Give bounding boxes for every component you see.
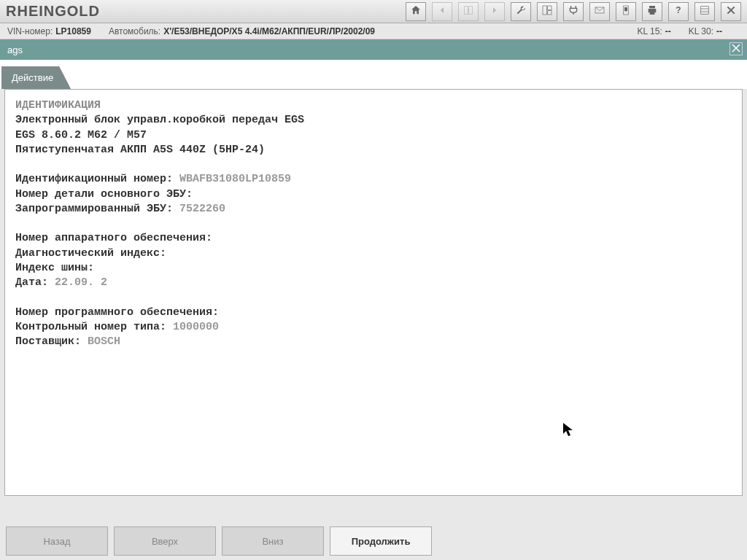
info-line: Поставщик: BOSCH: [15, 335, 732, 349]
continue-button-label: Продолжить: [352, 536, 411, 547]
module-title: ags: [7, 44, 23, 55]
module-header: ags: [0, 39, 747, 60]
mail-button[interactable]: [589, 2, 610, 21]
svg-rect-2: [543, 6, 546, 15]
kl30-value: --: [716, 26, 722, 36]
device-button[interactable]: [616, 2, 636, 21]
down-button[interactable]: Вниз: [222, 526, 324, 556]
settings-button[interactable]: [694, 2, 715, 21]
info-line: Номер детали основного ЭБУ:: [15, 187, 732, 202]
device-icon: [620, 4, 632, 19]
tab-action-label: Действие: [12, 72, 53, 83]
svg-rect-9: [701, 6, 709, 14]
close-icon: [725, 4, 737, 19]
home-icon: [410, 4, 422, 19]
info-line: Идентификационный номер: WBAFB31080LP108…: [15, 172, 732, 187]
auto-value: X'/E53/ВНЕДОР/X5 4.4i/M62/АКПП/EUR/ЛР/20…: [163, 26, 375, 36]
svg-rect-4: [548, 10, 551, 14]
nav-prev-button[interactable]: [432, 2, 452, 21]
down-button-label: Вниз: [262, 536, 283, 547]
svg-rect-3: [548, 6, 551, 9]
info-line: Запрограммированный ЭБУ: 7522260: [15, 202, 732, 217]
help-button[interactable]: ?: [668, 2, 689, 21]
back-button-label: Назад: [43, 536, 70, 547]
plug-button[interactable]: [563, 2, 584, 21]
info-line: Дата: 22.09. 2: [15, 276, 732, 290]
info-line: Диагностический индекс:: [15, 246, 732, 261]
kl15-value: --: [665, 26, 671, 36]
info-line: Индекс шины:: [15, 261, 732, 276]
print-icon: [646, 4, 658, 19]
identification-text: ИДЕНТИФИКАЦИЯ Электронный блок управл.ко…: [5, 90, 742, 358]
auto-label: Автомобиль:: [109, 26, 160, 36]
back-button[interactable]: Назад: [6, 526, 108, 556]
layout-icon: [541, 4, 553, 19]
layout-button[interactable]: [537, 2, 557, 21]
section-heading: ИДЕНТИФИКАЦИЯ: [15, 98, 732, 113]
close-app-button[interactable]: [721, 2, 741, 21]
print-button[interactable]: [642, 2, 662, 21]
svg-rect-0: [465, 6, 468, 14]
module-close-button[interactable]: [729, 42, 743, 55]
svg-rect-7: [624, 7, 627, 11]
home-button[interactable]: [406, 2, 426, 21]
info-line: Электронный блок управл.коробкой передач…: [15, 113, 732, 128]
plug-icon: [568, 4, 579, 19]
info-bar: VIN-номер: LP10859 Автомобиль: X'/E53/ВН…: [0, 23, 747, 39]
toolbar: ?: [401, 2, 741, 21]
info-line: Пятиступенчатая АКПП A5S 440Z (5HP-24): [15, 143, 732, 158]
up-button[interactable]: Вверх: [114, 526, 216, 556]
kl15-label: KL 15:: [638, 26, 662, 36]
app-title: RHEINGOLD: [6, 3, 100, 20]
mail-icon: [594, 4, 605, 19]
help-icon: ?: [673, 4, 684, 19]
vin-value: LP10859: [55, 26, 91, 36]
nav-pages-button[interactable]: [458, 2, 479, 21]
settings-icon: [699, 4, 711, 19]
arrow-left-icon: [436, 4, 448, 19]
x-icon: [732, 44, 740, 55]
app-header: RHEINGOLD ?: [0, 0, 747, 23]
arrow-right-icon: [489, 4, 500, 19]
up-button-label: Вверх: [152, 536, 178, 547]
tab-row: Действие: [0, 60, 747, 89]
vin-label: VIN-номер:: [7, 26, 53, 36]
pages-icon: [462, 4, 474, 19]
continue-button[interactable]: Продолжить: [330, 526, 432, 556]
nav-next-button[interactable]: [484, 2, 505, 21]
info-line: Контрольный номер типа: 1000000: [15, 320, 732, 335]
wrench-icon: [515, 4, 527, 19]
info-line: Номер аппаратного обеспечения:: [15, 231, 732, 246]
wrench-button[interactable]: [511, 2, 531, 21]
footer-bar: Назад Вверх Вниз Продолжить: [6, 526, 741, 556]
kl30-label: KL 30:: [689, 26, 713, 36]
svg-text:?: ?: [676, 5, 681, 15]
info-line: Номер программного обеспечения:: [15, 306, 732, 320]
content-panel: ИДЕНТИФИКАЦИЯ Электронный блок управл.ко…: [4, 89, 743, 496]
svg-rect-1: [469, 6, 473, 14]
tab-action[interactable]: Действие: [1, 66, 71, 89]
info-line: EGS 8.60.2 M62 / M57: [15, 128, 732, 143]
